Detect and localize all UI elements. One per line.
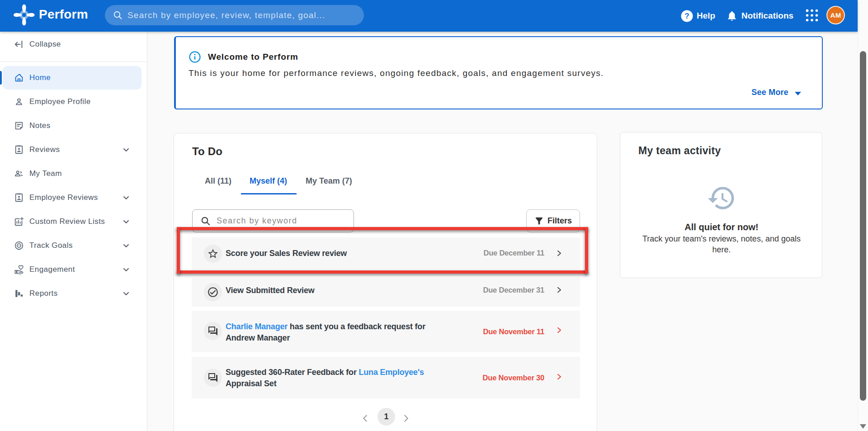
svg-text:?: ? [684,12,689,20]
